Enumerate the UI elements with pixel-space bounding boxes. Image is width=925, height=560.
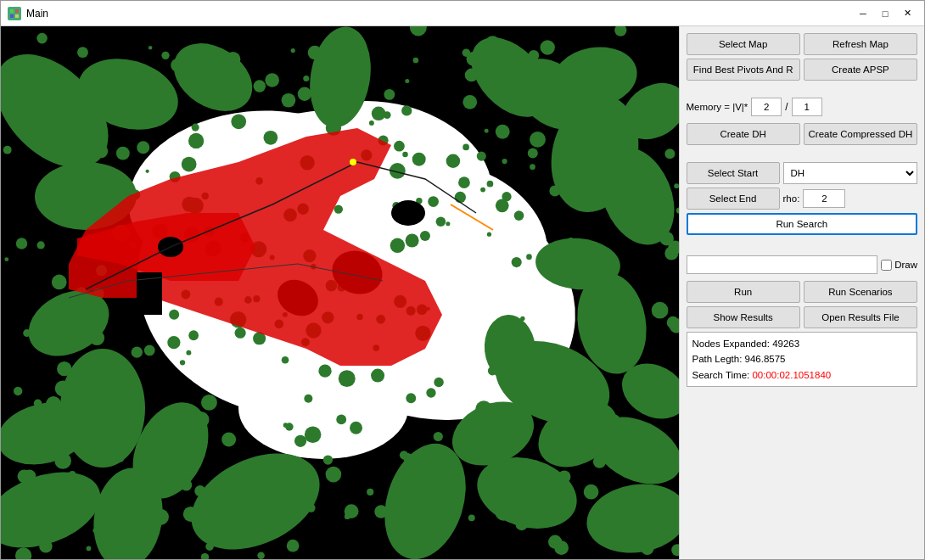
right-panel: Select Map Refresh Map Find Best Pivots … bbox=[679, 26, 924, 559]
refresh-map-button[interactable]: Refresh Map bbox=[804, 33, 917, 55]
window-controls: ─ □ ✕ bbox=[853, 5, 917, 22]
rho-input[interactable] bbox=[803, 189, 845, 208]
draw-checkbox[interactable] bbox=[881, 260, 892, 271]
memory-input-1[interactable] bbox=[751, 98, 782, 116]
main-content: Select Map Refresh Map Find Best Pivots … bbox=[1, 26, 924, 559]
app-icon bbox=[8, 7, 21, 20]
result-time-row: Search Time: 00:00:02.1051840 bbox=[692, 367, 911, 383]
memory-slash: / bbox=[785, 101, 788, 113]
draw-label-text: Draw bbox=[894, 260, 917, 270]
open-results-file-button[interactable]: Open Results File bbox=[804, 306, 917, 328]
create-apsp-button[interactable]: Create APSP bbox=[804, 59, 917, 81]
close-button[interactable]: ✕ bbox=[897, 5, 917, 22]
run-scenarios-button[interactable]: Run Scenarios bbox=[804, 281, 917, 303]
find-best-pivots-button[interactable]: Find Best Pivots And R bbox=[687, 59, 800, 81]
create-compressed-dh-button[interactable]: Create Compressed DH bbox=[804, 123, 917, 145]
map-area bbox=[1, 26, 679, 559]
show-results-button[interactable]: Show Results bbox=[687, 306, 800, 328]
map-buttons-row: Select Map Refresh Map bbox=[687, 33, 917, 55]
sep2 bbox=[687, 148, 917, 159]
svg-rect-2 bbox=[10, 14, 14, 18]
dh-buttons-row: Create DH Create Compressed DH bbox=[687, 123, 917, 145]
select-end-row: Select End rho: bbox=[687, 188, 917, 210]
pivot-buttons-row: Find Best Pivots And R Create APSP bbox=[687, 59, 917, 81]
run-buttons-row: Run Run Scenarios bbox=[687, 281, 917, 303]
run-search-button[interactable]: Run Search bbox=[687, 213, 917, 235]
result-time-value: 00:00:02.1051840 bbox=[752, 370, 831, 380]
sep3 bbox=[687, 238, 917, 249]
title-bar-left: Main bbox=[8, 7, 48, 20]
title-bar: Main ─ □ ✕ bbox=[1, 1, 924, 26]
results-area: Nodes Expanded: 49263 Path Legth: 946.85… bbox=[687, 332, 917, 387]
svg-rect-0 bbox=[10, 9, 14, 13]
rho-label: rho: bbox=[783, 193, 800, 204]
select-start-row: Select Start DH A* Dijkstra bbox=[687, 162, 917, 184]
maximize-button[interactable]: □ bbox=[875, 5, 895, 22]
draw-text-input[interactable] bbox=[687, 255, 878, 274]
sep1 bbox=[687, 84, 917, 91]
svg-rect-3 bbox=[15, 14, 19, 18]
draw-check-label[interactable]: Draw bbox=[881, 260, 917, 271]
result-time-prefix: Search Time: bbox=[692, 370, 753, 380]
result-path: Path Legth: 946.8575 bbox=[692, 351, 911, 367]
select-end-button[interactable]: Select End bbox=[687, 188, 780, 210]
memory-row: Memory = |V|* / bbox=[687, 94, 917, 120]
svg-rect-1 bbox=[15, 9, 19, 13]
algorithm-select[interactable]: DH A* Dijkstra bbox=[783, 162, 917, 184]
results-buttons-row: Show Results Open Results File bbox=[687, 306, 917, 328]
map-canvas[interactable] bbox=[1, 26, 679, 559]
result-nodes: Nodes Expanded: 49263 bbox=[692, 336, 911, 351]
memory-label: Memory = |V|* bbox=[687, 102, 748, 112]
select-map-button[interactable]: Select Map bbox=[687, 33, 800, 55]
create-dh-button[interactable]: Create DH bbox=[687, 123, 800, 145]
select-start-button[interactable]: Select Start bbox=[687, 162, 780, 184]
draw-row: Draw bbox=[687, 252, 917, 277]
run-button[interactable]: Run bbox=[687, 281, 800, 303]
main-window: Main ─ □ ✕ Select Map Refresh Map Find B… bbox=[0, 0, 925, 560]
memory-input-2[interactable] bbox=[792, 98, 822, 116]
window-title: Main bbox=[26, 8, 48, 20]
minimize-button[interactable]: ─ bbox=[853, 5, 873, 22]
